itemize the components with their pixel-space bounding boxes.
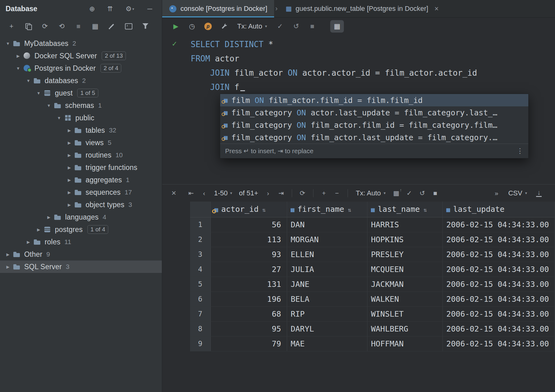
tree-item-postgres-in-docker[interactable]: ▼Postgres in Docker2 of 4 <box>0 62 162 74</box>
tree-item-sequences[interactable]: ▶sequences17 <box>0 186 162 198</box>
first-page-icon[interactable]: ⇤ <box>185 187 197 199</box>
grid-cell[interactable]: JULIA <box>287 262 367 277</box>
grid-cell[interactable]: JACKMAN <box>367 277 442 292</box>
refresh-icon[interactable]: ⟳ <box>40 22 50 31</box>
grid-cell[interactable]: DAN <box>287 217 367 232</box>
table-row[interactable]: 5131JANEJACKMAN2006-02-15 04:34:33.00 <box>190 277 555 292</box>
next-page-icon[interactable]: › <box>262 187 274 199</box>
execution-history-icon[interactable]: ◷ <box>185 20 199 33</box>
stop-icon[interactable]: ■ <box>74 22 83 31</box>
grid-cell[interactable]: HOPKINS <box>367 232 442 247</box>
grid-cell[interactable]: 2006-02-15 04:34:33.00 <box>442 306 555 321</box>
page-range-select[interactable]: 1-50 ▾ <box>211 189 235 197</box>
chevron-right-icon[interactable]: ▶ <box>65 140 73 145</box>
grid-cell[interactable]: 2006-02-15 04:34:33.00 <box>442 217 555 232</box>
filter-icon[interactable] <box>141 22 150 31</box>
kebab-menu-icon[interactable]: ⋮ <box>517 147 523 155</box>
stop-icon[interactable]: ■ <box>429 187 442 199</box>
chevron-down-icon[interactable]: ▼ <box>34 91 43 96</box>
grid-cell[interactable]: 196 <box>211 292 287 306</box>
grid-cell[interactable]: 2006-02-15 04:34:33.00 <box>442 292 555 306</box>
wrench-icon[interactable] <box>217 20 231 33</box>
grid-cell[interactable]: ELLEN <box>287 247 367 262</box>
grid-cell[interactable]: DARYL <box>287 321 367 336</box>
tree-item-docker-sql-server[interactable]: ▶Docker SQL Server2 of 13 <box>0 50 162 62</box>
tree-item-aggregates[interactable]: ▶aggregates1 <box>0 174 162 186</box>
grid-cell[interactable]: 93 <box>211 247 287 262</box>
chevron-right-icon[interactable]: ▶ <box>65 153 73 158</box>
code-line[interactable]: FROM actor <box>162 51 555 66</box>
tree-item-routines[interactable]: ▶routines10 <box>0 149 162 161</box>
add-row-icon[interactable]: + <box>318 187 330 199</box>
tree-item-object-types[interactable]: ▶object types3 <box>0 198 162 211</box>
chevron-right-icon[interactable]: ▶ <box>65 178 73 182</box>
collapse-all-icon[interactable]: ⇈ <box>105 4 115 14</box>
delete-row-icon[interactable]: − <box>331 187 343 199</box>
grid-cell[interactable]: 56 <box>211 217 287 232</box>
grid-cell[interactable]: BELA <box>287 292 367 306</box>
chevron-right-icon[interactable]: ▶ <box>14 54 22 58</box>
grid-cell[interactable]: RIP <box>287 306 367 321</box>
code-line[interactable]: JOIN f <box>162 80 555 94</box>
grid-cell[interactable]: 27 <box>211 262 287 277</box>
table-data-icon[interactable]: ▦ <box>91 22 100 31</box>
code-line[interactable]: JOIN film_actor ON actor.actor_id = film… <box>162 66 555 80</box>
grid-cell[interactable]: 68 <box>211 306 287 321</box>
query-console-icon[interactable] <box>124 22 133 31</box>
sync-edit-icon[interactable]: ⟲ <box>57 22 66 31</box>
tree-item-postgres[interactable]: ▶postgres1 of 4 <box>0 223 162 236</box>
grid-cell[interactable]: MAE <box>287 336 367 351</box>
add-data-source-icon[interactable]: + <box>7 22 16 31</box>
chevron-right-icon[interactable]: ▶ <box>65 190 73 195</box>
code-line[interactable]: SELECT DISTINCT * <box>162 37 555 51</box>
close-results-icon[interactable]: × <box>171 188 176 198</box>
sort-icon[interactable]: ⇅ <box>348 207 351 213</box>
in-editor-results-toggle[interactable]: ▦ <box>330 20 344 33</box>
grid-cell[interactable]: 131 <box>211 277 287 292</box>
tab-console[interactable]: console [Postgres in Docker] <box>162 0 274 17</box>
sql-editor[interactable]: ✓ SELECT DISTINCT *FROM actor JOIN film_… <box>162 35 555 184</box>
sort-icon[interactable]: ⇅ <box>424 207 427 213</box>
last-page-icon[interactable]: ⇥ <box>275 187 287 199</box>
chevron-right-icon[interactable]: ▶ <box>24 240 33 244</box>
column-header-actor-id[interactable]: ▦actor_id⇅ <box>211 202 287 217</box>
tree-item-sql-server[interactable]: ▶SQL Server3 <box>0 261 162 273</box>
tree-item-schemas[interactable]: ▼schemas1 <box>0 99 162 112</box>
grid-cell[interactable]: 2006-02-15 04:34:33.00 <box>442 262 555 277</box>
tree-item-databases[interactable]: ▼databases2 <box>0 74 162 87</box>
table-row[interactable]: 156DANHARRIS2006-02-15 04:34:33.00 <box>190 217 555 232</box>
settings-gear-icon[interactable]: ⚙ ▾ <box>123 4 136 14</box>
edit-source-icon[interactable] <box>107 22 117 31</box>
commit-icon[interactable]: ✓ <box>273 20 287 33</box>
column-header-last-name[interactable]: ▦last_name⇅ <box>367 202 442 217</box>
grid-cell[interactable]: 2006-02-15 04:34:33.00 <box>442 277 555 292</box>
column-header-first-name[interactable]: ▦first_name⇅ <box>287 202 367 217</box>
chevron-right-icon[interactable]: ▶ <box>34 227 43 232</box>
tree-item-mydatabases[interactable]: ▼MyDatabases2 <box>0 37 162 50</box>
table-row[interactable]: 768RIPWINSLET2006-02-15 04:34:33.00 <box>190 306 555 321</box>
run-button[interactable]: ▶ <box>169 20 183 33</box>
grid-cell[interactable]: WAHLBERG <box>367 321 442 336</box>
grid-cell[interactable]: PRESLEY <box>367 247 442 262</box>
rollback-icon[interactable]: ↺ <box>289 20 303 33</box>
tree-item-languages[interactable]: ▶languages4 <box>0 211 162 223</box>
table-row[interactable]: 895DARYLWAHLBERG2006-02-15 04:34:33.00 <box>190 321 555 336</box>
grid-cell[interactable]: HOFFMAN <box>367 336 442 351</box>
export-format-select[interactable]: CSV ▾ <box>505 189 530 197</box>
tree-item-views[interactable]: ▶views5 <box>0 136 162 149</box>
tree-item-public[interactable]: ▼public <box>0 112 162 124</box>
grid-cell[interactable]: JANE <box>287 277 367 292</box>
grid-cell[interactable]: 2006-02-15 04:34:33.00 <box>442 336 555 351</box>
grid-cell[interactable]: MORGAN <box>287 232 367 247</box>
chevron-down-icon[interactable]: ▼ <box>24 78 33 83</box>
autocomplete-item[interactable]: ▦film_category ON film_actor.last_update… <box>220 131 528 144</box>
hide-panel-icon[interactable]: ─ <box>145 4 154 14</box>
tree-item-roles[interactable]: ▶roles11 <box>0 236 162 248</box>
postgres-session-icon[interactable] <box>201 20 215 33</box>
tree-item-trigger-functions[interactable]: ▶trigger functions <box>0 161 162 174</box>
grid-cell[interactable]: 2006-02-15 04:34:33.00 <box>442 321 555 336</box>
grid-cell[interactable]: 2006-02-15 04:34:33.00 <box>442 232 555 247</box>
reload-data-icon[interactable]: ⟳ <box>296 187 309 199</box>
sort-icon[interactable]: ⇅ <box>262 207 266 213</box>
chevron-down-icon[interactable]: ▼ <box>14 66 22 71</box>
